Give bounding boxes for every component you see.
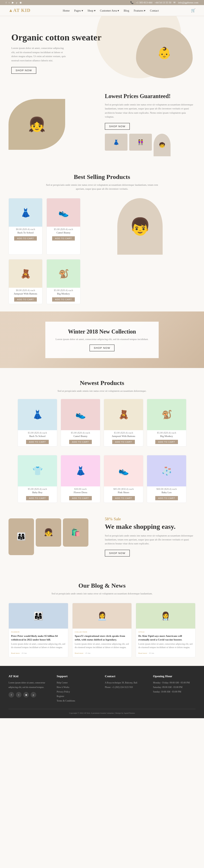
footer-address: A Roya technique 39, Balcony, Bali [105, 681, 147, 685]
nav-home[interactable]: Home [62, 9, 70, 12]
newest-img-3: 🐒 [147, 399, 186, 430]
newest-img-7: 🧦 [147, 455, 186, 487]
top-bar-social[interactable]: f t ▶ p ◉ [6, 1, 22, 4]
logo-prefix: ▲ [8, 8, 13, 13]
phone2: +44 54 13 55 50 [154, 1, 171, 4]
newest-price-7: $60.00 ($20.4) each [147, 487, 186, 491]
nav-contact[interactable]: Contact [150, 9, 159, 12]
best-selling-title: Best Selling Products [6, 173, 198, 181]
newest-cart-4[interactable]: ADD TO CART [26, 496, 48, 500]
footer-register-link[interactable]: Register [57, 694, 99, 699]
child-emoji: 👦 [117, 198, 163, 255]
newest-cart-3[interactable]: ADD TO CART [155, 440, 178, 444]
nav-shop[interactable]: Shop ▾ [87, 9, 96, 12]
footer-instagram-icon[interactable]: ◉ [23, 692, 29, 698]
newest-product-7: 🧦 $60.00 ($20.4) each Baby Lux ADD TO CA… [147, 455, 186, 503]
lp-shop-now-button[interactable]: SHOP NOW [105, 123, 130, 130]
blog-card-1: 👩‍💼 Collection SpaceX's inspirational st… [72, 603, 132, 657]
best-selling-description: Sed ut perspiciatis unde omnis iste natu… [45, 183, 159, 191]
nav-features[interactable]: Features ▾ [134, 9, 145, 12]
newest-product-1: 👟 $5.00 ($20.4) each Camel Bunny ADD TO … [61, 399, 100, 446]
footer-privacy-link[interactable]: Privacy Policy [57, 690, 99, 694]
hero-description: Lorem ipsum dolor sit amet, consectetur … [11, 46, 68, 62]
best-selling-section: Best Selling Products Sed ut perspiciati… [0, 165, 204, 309]
sale-text: 50% Sale We make shopping easy. Sed ut p… [105, 517, 196, 557]
footer-brand-col: AT Kid Lorem ipsum dolor sit amet, conse… [8, 674, 51, 703]
newest-name-6: Pink Shoes [104, 491, 143, 495]
blog-content-1: Collection SpaceX's inspirational store … [73, 629, 132, 657]
winter-banner-title: Winter 2018 New Collection [55, 329, 149, 335]
newest-name-4: Baby Boy [18, 491, 57, 495]
footer-phone: Phone: +1 (202) 224-3121 910 [105, 685, 147, 690]
add-to-cart-button-1[interactable]: ADD TO CART [52, 236, 75, 241]
newest-price-6: $85.00 ($50.4) each [104, 487, 143, 491]
blog-excerpt-0: Lorem ipsum dolor sit amet, consectetur … [11, 643, 66, 649]
footer-bottom: Copyright © 2022 AT Kid. A premium Jooml… [8, 709, 196, 714]
pinterest-icon[interactable]: p [16, 1, 18, 4]
lp-title: Lowest Prices Guaranteed! [105, 92, 196, 100]
newest-description: Sed ut perspiciatis unde omnis iste natu… [45, 389, 159, 393]
blog-read-more-2[interactable]: Read more · [138, 652, 148, 654]
top-bar: f t ▶ p ◉ 📞 +1 305-813-444 +44 54 13 55 … [0, 0, 204, 5]
sale-shop-now-button[interactable]: SHOP NOW [105, 550, 130, 557]
lowest-prices-section: 👧 Lowest Prices Guaranteed! Sed ut persp… [0, 84, 204, 165]
add-to-cart-button-2[interactable]: ADD TO CART [14, 297, 36, 302]
blog-read-more-0[interactable]: Read more · [11, 652, 21, 654]
footer-twitter-icon[interactable]: t [16, 692, 22, 698]
nav-blog[interactable]: Blog [124, 9, 129, 12]
newest-cart-7[interactable]: ADD TO CART [155, 496, 178, 500]
blog-title: Our Blog & News [14, 582, 190, 589]
cart-icon[interactable]: 🛒 [191, 8, 196, 13]
instagram-icon[interactable]: ◉ [20, 1, 22, 4]
blog-meta-1: 25 Jan [85, 652, 91, 654]
email-icon: ✉ [173, 1, 176, 4]
newest-cart-2[interactable]: ADD TO CART [112, 440, 134, 444]
hero-title: Organic cotton sweater [11, 32, 102, 43]
footer-contact-col: Contact A Roya technique 39, Balcony, Ba… [105, 674, 147, 703]
facebook-icon[interactable]: f [6, 1, 6, 4]
lp-main-image: 👧 [8, 99, 65, 150]
footer-brand-title: AT Kid [8, 674, 51, 678]
nav-icons[interactable]: 🛒 [191, 8, 196, 13]
lp-description: Sed ut perspiciatis unde omnis iste natu… [105, 102, 196, 119]
blog-title-0: Peter Peter would likely make $5 billion… [11, 634, 66, 641]
newest-price-4: $5.00 ($20.4) each [18, 487, 57, 491]
nav-pages[interactable]: Pages ▾ [74, 9, 83, 12]
blog-meta-2: 25 Jan [149, 652, 154, 654]
add-to-cart-button-0[interactable]: ADD TO CART [14, 236, 36, 241]
phone1: +1 305-813-444 [136, 1, 152, 4]
footer-facebook-icon[interactable]: f [8, 692, 14, 698]
newest-cart-6[interactable]: ADD TO CART [112, 496, 134, 500]
winter-banner-description: Lorem ipsum dolor sit amet, consectetur … [55, 337, 149, 341]
product-price-3: $5.00 ($20.4) each [47, 288, 80, 292]
lp-right: Lowest Prices Guaranteed! Sed ut perspic… [105, 92, 196, 156]
hero-shop-now-button[interactable]: SHOP NOW [11, 67, 36, 74]
sale-img-0: 👨‍👩‍👧 [8, 518, 34, 555]
footer-terms-link[interactable]: Terms & Conditions [57, 699, 99, 703]
hero-text: Organic cotton sweater Lorem ipsum dolor… [11, 32, 102, 74]
newest-name-1: Camel Bunny [61, 435, 100, 439]
nav-customer[interactable]: Customer Area ▾ [100, 9, 119, 12]
footer-help-center-link[interactable]: Help Center [57, 681, 99, 685]
newest-cart-5[interactable]: ADD TO CART [69, 496, 92, 500]
email: info@ggtheme.com [178, 1, 198, 4]
footer-social-icons[interactable]: f t ◉ p [8, 692, 51, 698]
twitter-icon[interactable]: t [9, 1, 10, 4]
footer-pinterest-icon[interactable]: p [31, 692, 36, 698]
newest-cart-1[interactable]: ADD TO CART [69, 440, 92, 444]
newest-product-6: 👟 $85.00 ($50.4) each Pink Shoes ADD TO … [104, 455, 143, 503]
add-to-cart-button-3[interactable]: ADD TO CART [52, 297, 75, 302]
winter-banner: Winter 2018 New Collection Lorem ipsum d… [0, 311, 204, 368]
newest-name-7: Baby Lux [147, 491, 186, 495]
footer-hours-1: Saturday: 09:00 AM - 03:00 PM [153, 685, 196, 690]
youtube-icon[interactable]: ▶ [12, 1, 14, 4]
footer-how-it-works-link[interactable]: How it Works [57, 685, 99, 690]
blog-tag-0: Fashion [11, 631, 66, 633]
site-logo[interactable]: ▲AT KID [8, 8, 31, 13]
blog-read-more-1[interactable]: Read more · [75, 652, 84, 654]
winter-shop-now-button[interactable]: SHOP NOW [90, 345, 114, 351]
lp-thumbnails: 👗 👭 🧒 [105, 134, 196, 156]
blog-img-2: 👩‍⚕️ [136, 603, 195, 629]
newest-cart-0[interactable]: ADD TO CART [26, 440, 48, 444]
footer-brand-desc: Lorem ipsum dolor sit amet, consectetur … [8, 681, 51, 690]
